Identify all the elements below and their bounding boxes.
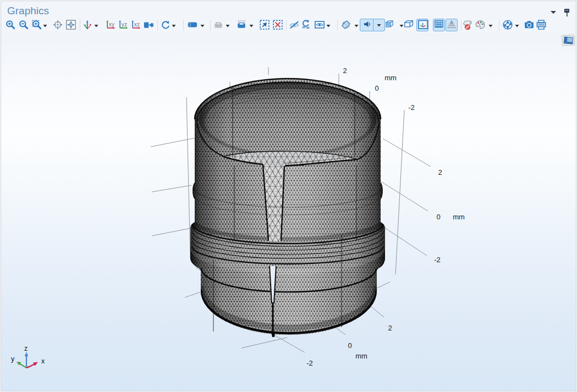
svg-text:mm: mm bbox=[384, 74, 397, 82]
svg-text:mm: mm bbox=[453, 213, 465, 221]
svg-text:mm: mm bbox=[355, 352, 367, 360]
svg-text:xz: xz bbox=[134, 21, 140, 27]
svg-text:z: z bbox=[24, 345, 28, 352]
svg-text:-2: -2 bbox=[306, 359, 313, 367]
svg-text:-2: -2 bbox=[434, 256, 441, 264]
svg-text:2: 2 bbox=[388, 324, 392, 332]
svg-text:0: 0 bbox=[436, 213, 440, 221]
svg-text:2: 2 bbox=[343, 67, 347, 75]
svg-text:xy: xy bbox=[109, 21, 115, 27]
svg-text:y: y bbox=[11, 355, 15, 363]
svg-text:-2: -2 bbox=[408, 103, 415, 112]
svg-text:yz: yz bbox=[122, 21, 127, 27]
svg-text:0: 0 bbox=[375, 84, 378, 92]
svg-text:2: 2 bbox=[438, 168, 442, 176]
svg-text:x: x bbox=[41, 357, 45, 365]
svg-text:0: 0 bbox=[348, 341, 351, 350]
